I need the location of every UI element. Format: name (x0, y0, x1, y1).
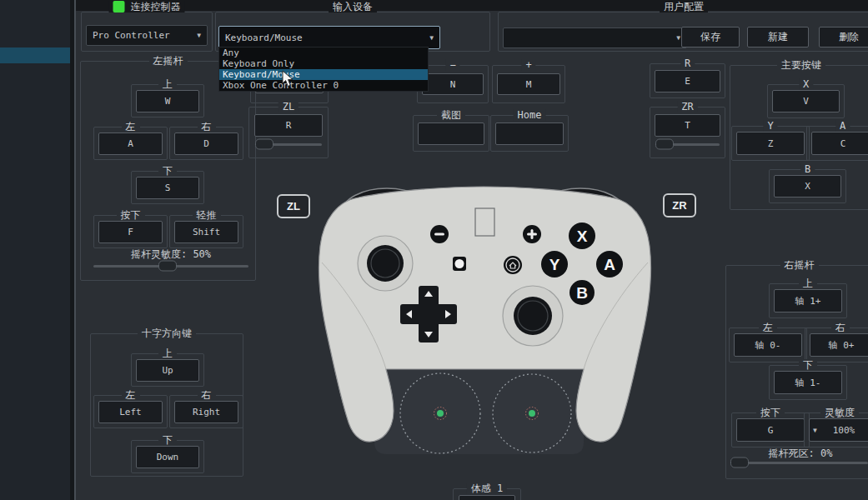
chevron-down-icon: ▼ (676, 34, 680, 42)
dialog-left-edge (74, 0, 76, 500)
sidebar-selected-item[interactable] (0, 48, 70, 63)
minus-button[interactable]: N (422, 73, 484, 95)
slider-handle[interactable] (655, 139, 674, 150)
x-title: X (799, 78, 813, 90)
input-device-combo[interactable]: Keyboard/Mouse ▼ (218, 26, 440, 49)
left-label: 左 (122, 121, 140, 132)
motion-title: 体感 1 (467, 482, 507, 494)
left-stick-up-button[interactable]: W (136, 90, 199, 112)
stick-sensitivity-slider[interactable] (93, 260, 248, 272)
r-title: R (680, 58, 695, 69)
zl-range-slider[interactable] (255, 138, 322, 150)
motion-button[interactable] (459, 495, 515, 500)
input-device-title: 输入设备 (329, 1, 377, 12)
background-sidebar (0, 0, 70, 500)
connect-controller-label: 连接控制器 (131, 1, 181, 12)
screenshot-title: 截图 (437, 109, 465, 121)
dpad-up-button[interactable]: Up (136, 359, 199, 382)
dialog-top-band (76, 0, 868, 11)
left-stick-left-button[interactable]: A (98, 132, 163, 155)
chevron-down-icon: ▼ (429, 34, 434, 42)
chevron-down-icon: ▼ (197, 32, 201, 39)
spin-down-icon[interactable]: ▼ (813, 427, 817, 434)
r-button[interactable]: E (655, 70, 720, 92)
sensitivity-spinbox[interactable]: ▼ 100% ▲ (809, 418, 868, 442)
capture-button-graphic (453, 257, 466, 271)
left-stick-right-button[interactable]: D (174, 132, 238, 155)
button-b-binding[interactable]: X (774, 175, 841, 198)
input-device-value: Keyboard/Mouse (225, 32, 303, 43)
button-y-binding[interactable]: Z (736, 132, 805, 155)
dropdown-option[interactable]: Any (219, 48, 428, 58)
user-profile-title: 用户配置 (660, 1, 708, 12)
slider-handle[interactable] (158, 261, 177, 272)
a-title: A (835, 120, 850, 132)
right-label: 右 (198, 389, 216, 401)
dropdown-option[interactable]: Keyboard Only (219, 58, 428, 69)
left-stick-down-button[interactable]: S (136, 177, 199, 199)
dropdown-option-highlighted[interactable]: Keyboard/Mouse (219, 69, 428, 80)
left-stick-title: 左摇杆 (149, 55, 188, 67)
input-device-dropdown: Any Keyboard Only Keyboard/Mouse Xbox On… (218, 47, 429, 92)
zl-title: ZL (278, 101, 299, 112)
save-button[interactable]: 保存 (681, 27, 740, 48)
controller-type-value: Pro Controller (93, 30, 170, 41)
new-button[interactable]: 新建 (747, 27, 809, 48)
left-label: 左 (122, 389, 140, 401)
press-label: 按下 (756, 407, 785, 418)
up-label: 上 (158, 348, 177, 359)
right-stick-down-button[interactable]: 轴 1- (774, 371, 842, 394)
right-stick-right-button[interactable]: 轴 0+ (810, 333, 868, 357)
right-stick-up-button[interactable]: 轴 1+ (774, 289, 842, 312)
right-stick-left-button[interactable]: 轴 0- (734, 333, 802, 357)
left-label: 左 (759, 322, 777, 333)
right-stick-title: 右摇杆 (780, 259, 819, 271)
face-y-label: Y (549, 256, 560, 273)
button-x-binding[interactable]: V (772, 90, 840, 112)
face-b-label: B (576, 284, 588, 302)
down-label: 下 (158, 434, 177, 446)
up-label: 上 (799, 278, 817, 289)
controller-type-combo[interactable]: Pro Controller ▼ (86, 25, 208, 46)
right-stick-press-button[interactable]: G (736, 418, 805, 442)
left-stick-modifier-button[interactable]: Shift (174, 221, 238, 243)
home-button[interactable] (495, 122, 564, 145)
controller-config-dialog: 连接控制器 Pro Controller ▼ 输入设备 Keyboard/Mou… (0, 0, 868, 500)
right-label: 右 (198, 121, 216, 132)
dpad-right-button[interactable]: Right (174, 401, 238, 423)
press-label: 按下 (117, 209, 145, 221)
slider-handle[interactable] (730, 458, 749, 468)
minus-title: − (445, 59, 459, 71)
minus-button-graphic (430, 225, 449, 243)
right-stick-graphic (503, 286, 563, 346)
connected-checkbox[interactable] (113, 1, 125, 12)
zr-button[interactable]: T (655, 114, 720, 137)
plus-button-graphic (523, 225, 541, 243)
slider-track (730, 462, 868, 464)
up-label: 上 (158, 78, 177, 90)
home-button-graphic (504, 256, 522, 274)
face-x-label: X (577, 228, 588, 245)
plus-title: + (521, 59, 535, 71)
plus-button[interactable]: M (497, 73, 560, 95)
dropdown-option[interactable]: Xbox One Controller 0 (219, 80, 428, 91)
button-a-binding[interactable]: C (811, 132, 868, 155)
slider-handle[interactable] (255, 139, 273, 150)
modifier-label: 轻推 (193, 209, 221, 221)
deadzone-slider[interactable] (730, 457, 868, 468)
zl-button[interactable]: R (254, 114, 323, 137)
pro-controller-illustration: X Y A B (300, 179, 667, 458)
delete-button[interactable]: 删除 (819, 27, 868, 48)
dpad-left-button[interactable]: Left (98, 401, 163, 423)
dpad-down-button[interactable]: Down (136, 446, 199, 468)
down-label: 下 (799, 359, 817, 371)
profile-combo[interactable]: ▼ (503, 28, 687, 48)
right-label: 右 (831, 322, 850, 333)
y-title: Y (763, 120, 777, 132)
left-stick-press-button[interactable]: F (98, 221, 163, 243)
home-title: Home (514, 109, 546, 121)
sensitivity-value: 100% (833, 425, 855, 436)
zr-range-slider[interactable] (655, 138, 720, 150)
left-stick-position-dot (437, 410, 444, 417)
screenshot-button[interactable] (418, 122, 484, 145)
